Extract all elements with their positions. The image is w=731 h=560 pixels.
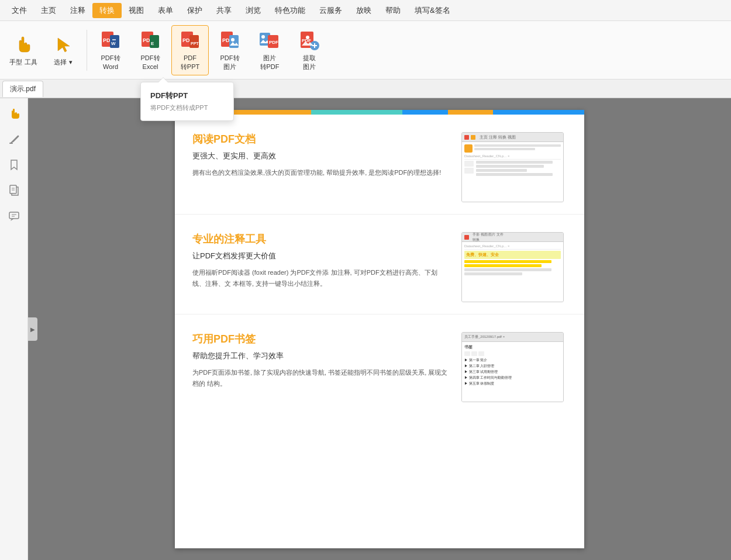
sidebar-page-icon[interactable] [4, 180, 25, 201]
top-bar-blue2 [493, 110, 584, 115]
pdf-word-icon: PDF W [99, 29, 122, 51]
sidebar-hand-icon[interactable] [4, 103, 25, 124]
main-area: ▶ 阅读PDF文档 更强大、更实用、更高效 拥有出色的文档渲染效果, [0, 98, 731, 560]
menu-play[interactable]: 放映 [349, 3, 378, 18]
pdf-to-image-button[interactable]: PDF PDF转图片 [211, 25, 249, 75]
collapse-button[interactable]: ▶ [28, 317, 37, 341]
menu-browse[interactable]: 浏览 [239, 3, 268, 18]
tab-filename: 演示.pdf [10, 84, 36, 94]
mini-ui-3: 员工手册_20120917.pdf × 书签 ▶ 第一章 [461, 332, 564, 402]
tooltip-title: PDF转PPT [141, 88, 233, 102]
section3-body: 为PDF页面添加书签, 除了实现内容的快速导航, 书签还能指明不同书签的层级关系… [192, 367, 450, 389]
pdf-section-3-img: 员工手册_20120917.pdf × 书签 ▶ 第一章 [461, 332, 567, 402]
tooltip-arrow [158, 78, 168, 82]
section2-body: 使用福昕PDF阅读器 (foxit reader) 为PDF文件添 加注释, 可… [192, 267, 450, 289]
tab-strip: 演示.pdf [0, 79, 731, 98]
sidebar-pen-icon[interactable] [4, 129, 25, 150]
extract-image-label: 提取图片 [303, 54, 316, 71]
menu-sign[interactable]: 填写&签名 [408, 3, 457, 18]
hand-tool-button[interactable]: 手型 工具 [5, 25, 42, 75]
top-bar-blue1 [402, 110, 448, 115]
pdf-to-word-button[interactable]: PDF W PDF转Word [92, 25, 129, 75]
mini-ui-1: 主页 注释 转换 视图 Datasheet [461, 132, 564, 202]
svg-point-23 [306, 36, 309, 39]
pdf-section-1: 阅读PDF文档 更强大、更实用、更高效 拥有出色的文档渲染效果,强大的页面管理功… [175, 115, 584, 215]
pdf-viewer[interactable]: 阅读PDF文档 更强大、更实用、更高效 拥有出色的文档渲染效果,强大的页面管理功… [28, 98, 731, 560]
top-bar-teal [311, 110, 402, 115]
pdf-section-3: 巧用PDF书签 帮助您提升工作、学习效率 为PDF页面添加书签, 除了实现内容的… [175, 314, 584, 414]
menu-home[interactable]: 主页 [34, 3, 63, 18]
menu-share[interactable]: 共享 [209, 3, 239, 18]
pdf-top-bar [175, 110, 584, 115]
divider1 [87, 30, 87, 71]
menu-annotate[interactable]: 注释 [63, 3, 92, 18]
svg-rect-14 [229, 35, 239, 48]
pdf-to-word-label: PDF转Word [101, 54, 120, 71]
pdf-to-excel-label: PDF转Excel [141, 54, 160, 71]
svg-text:E: E [151, 41, 154, 46]
menu-file[interactable]: 文件 [5, 3, 34, 18]
mini-ui-2: 手形 视图 图片 文件转换 Datasheet_Reader_CN.p... ×… [461, 232, 564, 302]
menu-convert[interactable]: 转换 [92, 3, 122, 18]
top-bar-orange2 [448, 110, 494, 115]
content-area: ▶ 阅读PDF文档 更强大、更实用、更高效 拥有出色的文档渲染效果, [28, 98, 731, 560]
pdf-to-ppt-button[interactable]: PDF PPT PDF转PPT [171, 25, 209, 75]
menu-view[interactable]: 视图 [122, 3, 151, 18]
image-to-pdf-button[interactable]: PDF 图片转PDF [251, 25, 288, 75]
select-tool-button[interactable]: 选择 ▾ [44, 25, 82, 75]
svg-rect-25 [10, 185, 16, 193]
section2-title: 专业的注释工具 [192, 232, 450, 246]
svg-rect-28 [9, 212, 19, 219]
left-sidebar [0, 98, 28, 560]
pdf-image-icon: PDF [219, 29, 241, 51]
pdf-section-2-text: 专业的注释工具 让PDF文档发挥更大价值 使用福昕PDF阅读器 (foxit r… [192, 232, 450, 302]
svg-point-17 [261, 35, 265, 39]
pdf-excel-icon: PDF E [139, 29, 161, 51]
pdf-section-2: 专业的注释工具 让PDF文档发挥更大价值 使用福昕PDF阅读器 (foxit r… [175, 215, 584, 314]
svg-text:PPT: PPT [191, 42, 199, 46]
svg-text:W: W [111, 41, 116, 46]
pdf-ppt-icon: PDF PPT [179, 29, 201, 51]
menu-form[interactable]: 表单 [151, 3, 180, 18]
menu-cloud[interactable]: 云服务 [312, 3, 349, 18]
menu-bar: 文件 主页 注释 转换 视图 表单 保护 共享 浏览 特色功能 云服务 放映 帮… [0, 0, 731, 21]
extract-image-button[interactable]: PDF 提取图片 [291, 25, 328, 75]
svg-text:PDF: PDF [269, 40, 278, 45]
pdf-to-ppt-label: PDF转PPT [181, 54, 199, 71]
extract-icon: PDF [298, 29, 320, 51]
pdf-section-1-text: 阅读PDF文档 更强大、更实用、更高效 拥有出色的文档渲染效果,强大的页面管理功… [192, 132, 450, 202]
svg-point-15 [231, 38, 235, 42]
menu-help[interactable]: 帮助 [378, 3, 408, 18]
pdf-to-excel-button[interactable]: PDF E PDF转Excel [132, 25, 169, 75]
hand-tool-label: 手型 工具 [9, 58, 37, 66]
select-tool-label: 选择 ▾ [54, 58, 72, 66]
menu-feature[interactable]: 特色功能 [268, 3, 312, 18]
tooltip-popup: PDF转PPT 将PDF文档转成PPT [140, 82, 234, 121]
image-to-pdf-label: 图片转PDF [260, 54, 280, 71]
section3-subtitle: 帮助您提升工作、学习效率 [192, 351, 450, 361]
hand-icon [12, 33, 35, 56]
menu-protect[interactable]: 保护 [180, 3, 209, 18]
pdf-section-3-text: 巧用PDF书签 帮助您提升工作、学习效率 为PDF页面添加书签, 除了实现内容的… [192, 332, 450, 402]
sidebar-comment-icon[interactable] [4, 206, 25, 227]
section1-title: 阅读PDF文档 [192, 132, 450, 146]
sidebar-bookmark-icon[interactable] [4, 154, 25, 175]
section1-body: 拥有出色的文档渲染效果,强大的页面管理功能, 帮助提升效率, 是您阅读PDF的理… [192, 167, 450, 178]
pdf-page: 阅读PDF文档 更强大、更实用、更高效 拥有出色的文档渲染效果,强大的页面管理功… [175, 110, 584, 548]
image-pdf-icon: PDF [258, 29, 281, 51]
pdf-to-image-label: PDF转图片 [220, 54, 240, 71]
svg-rect-24 [9, 143, 13, 144]
select-icon [52, 33, 74, 56]
section3-title: 巧用PDF书签 [192, 332, 450, 346]
pdf-section-1-img: 主页 注释 转换 视图 Datasheet [461, 132, 567, 202]
section2-subtitle: 让PDF文档发挥更大价值 [192, 251, 450, 261]
toolbar: 手型 工具 选择 ▾ PDF W PDF转Word [0, 21, 731, 79]
section1-subtitle: 更强大、更实用、更高效 [192, 151, 450, 161]
tooltip-description: 将PDF文档转成PPT [141, 102, 233, 115]
pdf-section-2-img: 手形 视图 图片 文件转换 Datasheet_Reader_CN.p... ×… [461, 232, 567, 302]
pdf-tab[interactable]: 演示.pdf [2, 81, 43, 97]
